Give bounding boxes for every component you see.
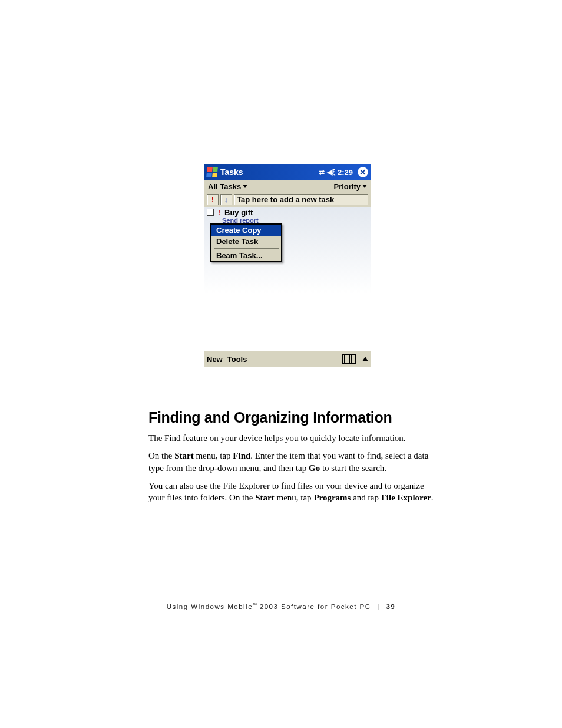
trademark-symbol: ™	[253, 602, 257, 607]
filter-left-label: All Tasks	[208, 182, 241, 191]
footer-text: Using Windows Mobile	[167, 603, 253, 610]
footer-separator: |	[377, 603, 380, 610]
menu-new[interactable]: New	[207, 355, 223, 364]
document-body: Finding and Organizing Information The F…	[148, 409, 437, 509]
task-row[interactable]: Send report	[204, 218, 371, 223]
windows-flag-icon[interactable]	[206, 167, 218, 177]
clock-time: 2:29	[338, 168, 353, 177]
task-label: Buy gift	[224, 208, 253, 217]
keyboard-icon[interactable]	[342, 354, 356, 364]
paragraph: You can also use the File Explorer to fi…	[148, 480, 437, 504]
task-list: ! Buy gift Send report Create Copy Delet…	[204, 207, 371, 351]
app-title: Tasks	[220, 167, 243, 177]
section-heading: Finding and Organizing Information	[148, 409, 437, 426]
paragraph: The Find feature on your device helps yo…	[148, 432, 437, 444]
menu-separator	[214, 248, 279, 249]
sort-priority-dropdown[interactable]: Priority	[333, 182, 367, 191]
task-row[interactable]: ! Buy gift	[204, 207, 371, 218]
chevron-down-icon	[362, 185, 367, 188]
page-footer: Using Windows Mobile™ 2003 Software for …	[0, 602, 562, 610]
menu-item-delete-task[interactable]: Delete Task	[211, 236, 281, 247]
task-checkbox[interactable]	[207, 209, 214, 216]
filter-all-tasks-dropdown[interactable]: All Tasks	[208, 182, 247, 191]
paragraph: On the Start menu, tap Find. Enter the i…	[148, 450, 437, 474]
pocket-pc-screenshot: Tasks ⇄ ◀ξ 2:29 ✕ All Tasks Priority ! ↓	[204, 164, 371, 367]
connectivity-icon[interactable]: ⇄	[319, 168, 325, 176]
priority-high-icon: !	[216, 208, 222, 217]
new-task-input[interactable]: Tap here to add a new task	[234, 194, 368, 205]
context-menu: Create Copy Delete Task Beam Task...	[210, 223, 282, 262]
footer-text: 2003 Software for Pocket PC	[257, 603, 371, 610]
new-task-placeholder: Tap here to add a new task	[237, 195, 334, 204]
new-task-row: ! ↓ Tap here to add a new task	[204, 193, 371, 207]
title-bar: Tasks ⇄ ◀ξ 2:29 ✕	[204, 164, 371, 180]
menu-item-beam-task[interactable]: Beam Task...	[211, 250, 281, 261]
task-checkbox[interactable]	[207, 218, 207, 236]
page-number: 39	[386, 603, 395, 610]
command-bar: New Tools	[204, 351, 371, 367]
sip-up-icon[interactable]	[362, 357, 368, 361]
close-button[interactable]: ✕	[358, 167, 368, 177]
filter-right-label: Priority	[333, 182, 361, 191]
chevron-down-icon	[243, 185, 247, 188]
volume-icon[interactable]: ◀ξ	[327, 168, 335, 176]
priority-high-button[interactable]: !	[207, 194, 219, 205]
task-label: Send report	[222, 218, 259, 223]
filter-bar: All Tasks Priority	[204, 180, 371, 193]
menu-tools[interactable]: Tools	[227, 355, 247, 364]
priority-low-button[interactable]: ↓	[220, 194, 232, 205]
menu-item-create-copy[interactable]: Create Copy	[211, 225, 281, 236]
